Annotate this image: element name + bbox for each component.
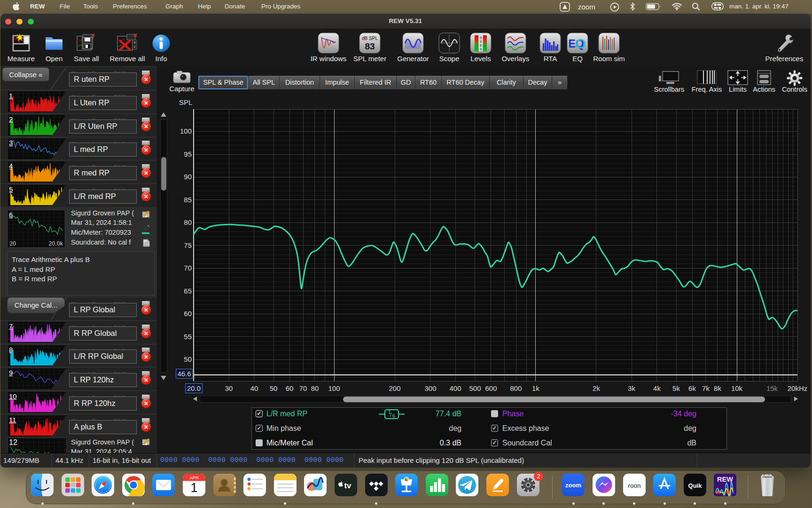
svg-text:zoom: zoom [565, 482, 581, 489]
svg-text:6: 6 [392, 413, 395, 419]
svg-text:1: 1 [190, 481, 197, 495]
svg-text:REW: REW [717, 476, 733, 483]
svg-text:/: / [390, 412, 392, 418]
svg-text:roon: roon [628, 482, 640, 489]
svg-text:tv: tv [344, 481, 351, 490]
svg-text:APR: APR [189, 475, 199, 480]
svg-text:Quik: Quik [688, 482, 703, 489]
